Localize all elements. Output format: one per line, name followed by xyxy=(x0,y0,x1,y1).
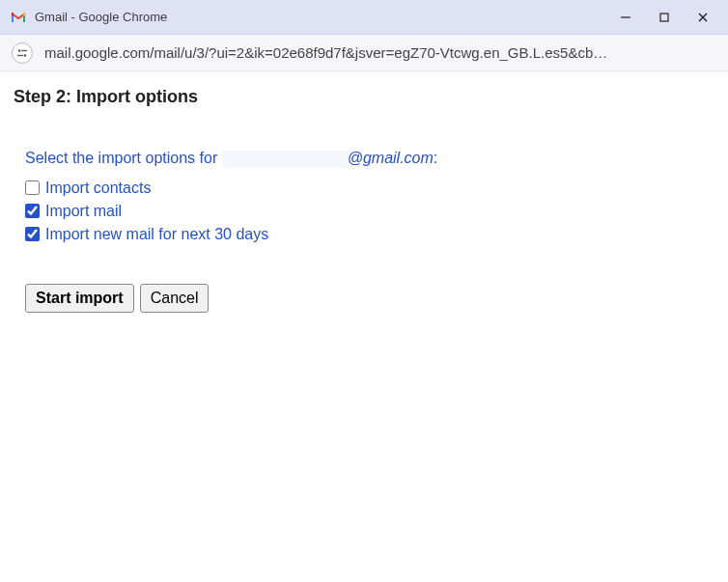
svg-point-6 xyxy=(24,54,27,57)
checkbox-import-contacts[interactable] xyxy=(25,180,40,195)
prompt-colon: : xyxy=(434,150,437,166)
page-content: Step 2: Import options Select the import… xyxy=(0,71,728,328)
checkbox-import-new-mail[interactable] xyxy=(25,227,40,241)
maximize-button[interactable] xyxy=(657,10,672,25)
window-controls xyxy=(618,10,711,25)
option-import-mail[interactable]: Import mail xyxy=(25,201,714,222)
option-import-new-mail[interactable]: Import new mail for next 30 days xyxy=(25,224,714,245)
svg-rect-1 xyxy=(660,14,668,21)
action-buttons: Start import Cancel xyxy=(25,284,714,313)
page-title: Step 2: Import options xyxy=(14,87,714,107)
window-titlebar: Gmail - Google Chrome xyxy=(0,0,728,35)
close-button[interactable] xyxy=(695,10,711,25)
option-label: Import contacts xyxy=(45,178,151,199)
email-domain: @gmail.com xyxy=(348,150,434,166)
email-redacted xyxy=(222,151,348,168)
gmail-icon xyxy=(10,9,27,26)
cancel-button[interactable]: Cancel xyxy=(140,284,210,313)
start-import-button[interactable]: Start import xyxy=(25,284,134,313)
checkbox-import-mail[interactable] xyxy=(25,204,40,218)
minimize-button[interactable] xyxy=(618,10,633,25)
url-text[interactable]: mail.google.com/mail/u/3/?ui=2&ik=02e68f… xyxy=(44,44,716,61)
prompt-prefix: Select the import options for xyxy=(25,150,222,166)
site-settings-icon[interactable] xyxy=(12,42,33,64)
window-title: Gmail - Google Chrome xyxy=(35,10,618,24)
import-options: Import contacts Import mail Import new m… xyxy=(25,178,714,245)
option-import-contacts[interactable]: Import contacts xyxy=(25,178,714,199)
svg-point-4 xyxy=(18,49,21,52)
option-label: Import mail xyxy=(45,201,122,222)
import-prompt: Select the import options for @gmail.com… xyxy=(25,150,714,168)
address-bar: mail.google.com/mail/u/3/?ui=2&ik=02e68f… xyxy=(0,35,728,71)
option-label: Import new mail for next 30 days xyxy=(45,224,268,245)
